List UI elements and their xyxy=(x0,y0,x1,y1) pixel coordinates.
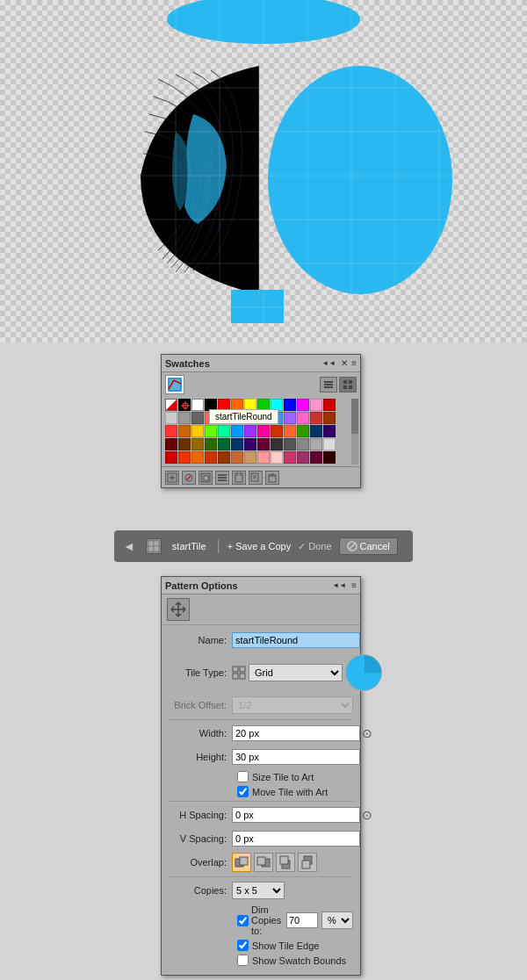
s3-3[interactable] xyxy=(191,438,204,450)
swatches-scrollbar[interactable] xyxy=(351,399,358,465)
pattern-panel-menu[interactable]: ≡ xyxy=(351,580,357,590)
grid-view-btn[interactable] xyxy=(339,377,357,393)
s2-9[interactable] xyxy=(271,425,283,437)
none-swatch[interactable] xyxy=(165,399,177,411)
s4-2[interactable] xyxy=(178,451,191,464)
s3-2[interactable] xyxy=(178,438,191,450)
blue-swatch[interactable] xyxy=(284,399,296,411)
s1-4[interactable] xyxy=(205,412,217,424)
s1-12[interactable] xyxy=(310,412,322,424)
s1-2[interactable] xyxy=(178,412,191,424)
s4-4[interactable] xyxy=(205,451,217,464)
s4-3[interactable] xyxy=(191,451,204,464)
s2-11[interactable] xyxy=(297,425,309,437)
s3-6[interactable] xyxy=(231,438,243,450)
dim-copies-checkbox[interactable] xyxy=(237,915,249,926)
s2-2[interactable] xyxy=(178,425,191,437)
bottom-icon-4[interactable] xyxy=(215,471,229,485)
overlap-bottom-over-top[interactable] xyxy=(298,853,317,872)
dim-copies-input[interactable] xyxy=(286,912,318,928)
bottom-icon-5[interactable] xyxy=(232,471,246,485)
magenta-swatch[interactable] xyxy=(297,399,309,411)
bottom-icon-trash[interactable] xyxy=(265,471,279,485)
toolbar-back-btn[interactable]: ◄ xyxy=(119,537,139,555)
orange-swatch[interactable] xyxy=(231,399,243,411)
s3-1[interactable] xyxy=(165,438,177,450)
s1-7[interactable] xyxy=(244,412,256,424)
s2-3[interactable] xyxy=(191,425,204,437)
green-swatch[interactable] xyxy=(257,399,270,411)
name-input[interactable] xyxy=(232,632,360,648)
dim-copies-unit-select[interactable]: % xyxy=(321,912,353,929)
copies-select[interactable]: 5 x 5 3 x 3 7 x 7 xyxy=(232,882,285,899)
color-swatch-icon[interactable] xyxy=(165,375,184,394)
s1-5[interactable] xyxy=(218,412,230,424)
s2-7[interactable] xyxy=(244,425,256,437)
show-swatch-bounds-checkbox[interactable] xyxy=(237,955,249,966)
pink-swatch[interactable] xyxy=(310,399,322,411)
s4-11[interactable] xyxy=(297,451,309,464)
s4-5[interactable] xyxy=(218,451,230,464)
s3-13[interactable] xyxy=(323,438,336,450)
s3-9[interactable] xyxy=(271,438,283,450)
s1-3[interactable] xyxy=(191,412,204,424)
s1-6[interactable] xyxy=(231,412,243,424)
white-swatch[interactable] xyxy=(191,399,204,411)
brick-offset-select[interactable]: 1/2 xyxy=(232,696,353,714)
save-copy-btn[interactable]: + Save a Copy xyxy=(227,541,291,551)
show-tile-edge-checkbox[interactable] xyxy=(237,940,249,951)
s3-4[interactable] xyxy=(205,438,217,450)
s4-12[interactable] xyxy=(310,451,322,464)
s1-9[interactable] xyxy=(271,412,283,424)
tile-type-select[interactable]: Grid Brick by Row Brick by Column Hex by… xyxy=(249,664,343,681)
bottom-icon-6[interactable] xyxy=(249,471,263,485)
v-spacing-input[interactable] xyxy=(232,831,360,847)
h-spacing-input[interactable] xyxy=(232,807,360,823)
s4-7[interactable] xyxy=(244,451,256,464)
darkred-swatch[interactable] xyxy=(323,399,336,411)
registration-swatch[interactable] xyxy=(178,399,191,411)
s4-1[interactable] xyxy=(165,451,177,464)
s1-11[interactable] xyxy=(297,412,309,424)
toolbar-pattern-icon[interactable] xyxy=(146,538,162,554)
s3-5[interactable] xyxy=(218,438,230,450)
dim-copies-label[interactable]: Dim Copies to: xyxy=(251,904,283,936)
s1-1[interactable] xyxy=(165,412,177,424)
s3-12[interactable] xyxy=(310,438,322,450)
bottom-icon-2[interactable] xyxy=(182,471,196,485)
s2-12[interactable] xyxy=(310,425,322,437)
s2-13[interactable] xyxy=(323,425,336,437)
s4-13[interactable] xyxy=(323,451,336,464)
show-swatch-bounds-label[interactable]: Show Swatch Bounds xyxy=(252,955,346,966)
h-spacing-adjust-icon[interactable]: ⊙ xyxy=(362,808,372,822)
move-tile-label[interactable]: Move Tile with Art xyxy=(252,787,328,797)
move-tile-checkbox[interactable] xyxy=(237,786,249,797)
s1-10[interactable] xyxy=(284,412,296,424)
overlap-left-over-right[interactable] xyxy=(232,853,251,872)
height-input[interactable] xyxy=(232,749,360,765)
pattern-panel-collapse[interactable]: ◄◄ xyxy=(330,581,348,589)
s2-1[interactable] xyxy=(165,425,177,437)
s3-7[interactable] xyxy=(244,438,256,450)
s3-8[interactable] xyxy=(257,438,270,450)
pattern-transform-icon[interactable] xyxy=(167,598,190,621)
width-adjust-icon[interactable]: ⊙ xyxy=(362,726,372,740)
size-tile-art-label[interactable]: Size Tile to Art xyxy=(252,772,314,782)
s3-10[interactable] xyxy=(284,438,296,450)
cancel-btn[interactable]: Cancel xyxy=(339,537,398,555)
s1-13[interactable] xyxy=(323,412,336,424)
s1-8[interactable] xyxy=(257,412,270,424)
show-tile-edge-label[interactable]: Show Tile Edge xyxy=(252,940,319,951)
black-swatch[interactable] xyxy=(205,399,217,411)
bottom-icon-3[interactable] xyxy=(199,471,213,485)
list-view-btn[interactable] xyxy=(320,377,337,393)
s4-10[interactable] xyxy=(284,451,296,464)
panel-menu-btn[interactable]: ≡ xyxy=(351,358,357,368)
s4-6[interactable] xyxy=(231,451,243,464)
s4-9[interactable] xyxy=(271,451,283,464)
s2-5[interactable] xyxy=(218,425,230,437)
overlap-top-over-bottom[interactable] xyxy=(276,853,295,872)
s2-6[interactable] xyxy=(231,425,243,437)
s2-8[interactable] xyxy=(257,425,270,437)
s3-11[interactable] xyxy=(297,438,309,450)
